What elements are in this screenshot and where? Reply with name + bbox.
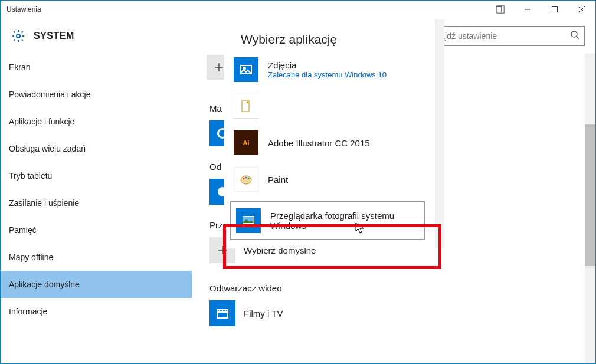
sidebar-item-label: Powiadomienia i akcje — [9, 90, 91, 99]
gear-icon — [11, 29, 25, 43]
section-heading-video: Odtwarzacz wideo — [209, 283, 567, 293]
libreoffice-icon — [234, 94, 258, 119]
popup-item-name: Paint — [268, 175, 288, 185]
popup-item-libreoffice[interactable] — [224, 88, 435, 124]
sidebar-item-pamiec[interactable]: Pamięć — [1, 217, 192, 244]
popup-title: Wybierz aplikację — [224, 19, 435, 51]
sidebar-item-label: Tryb tabletu — [9, 171, 52, 181]
sidebar: Ekran Powiadomienia i akcje Aplikacje i … — [1, 54, 192, 363]
app-chooser-popup: Wybierz aplikację Zdjęcia Zalecane dla s… — [224, 19, 435, 248]
svg-point-25 — [243, 178, 245, 180]
svg-point-28 — [247, 181, 248, 182]
popup-item-name: Adobe Illustrator CC 2015 — [268, 138, 370, 148]
svg-rect-1 — [496, 7, 502, 12]
sidebar-item-label: Zasilanie i uśpienie — [9, 198, 79, 208]
maximize-button[interactable] — [541, 1, 568, 18]
scrollbar-thumb[interactable] — [585, 124, 595, 266]
sidebar-item-tryb-tabletu[interactable]: Tryb tabletu — [1, 162, 192, 189]
svg-point-26 — [245, 177, 247, 179]
video-app-row[interactable]: Filmy i TV — [209, 300, 567, 326]
popup-item-photoviewer[interactable]: Przeglądarka fotografii systemu Windows — [230, 201, 425, 240]
tablet-mode-button[interactable] — [487, 1, 514, 18]
video-app-label: Filmy i TV — [244, 309, 283, 319]
sidebar-item-label: Obsługa wielu zadań — [9, 144, 86, 153]
sidebar-item-ekran[interactable]: Ekran — [1, 54, 192, 81]
sidebar-item-label: Mapy offline — [9, 252, 53, 262]
page-title: SYSTEM — [34, 31, 74, 41]
window-title: Ustawienia — [6, 5, 41, 14]
svg-point-7 — [571, 31, 577, 37]
search-input[interactable] — [431, 31, 570, 41]
sidebar-item-aplikacje-domyslne[interactable]: Aplikacje domyślne — [1, 271, 192, 298]
photos-icon — [234, 57, 258, 82]
cursor-icon — [355, 222, 365, 237]
sidebar-item-mapy-offline[interactable]: Mapy offline — [1, 244, 192, 271]
illustrator-icon: Ai — [234, 130, 258, 155]
paint-icon — [234, 167, 258, 192]
sidebar-item-zasilanie[interactable]: Zasilanie i uśpienie — [1, 189, 192, 217]
sidebar-item-label: Ekran — [9, 63, 31, 72]
photo-viewer-icon — [236, 208, 261, 233]
popup-item-paint[interactable]: Paint — [224, 161, 435, 198]
sidebar-item-obsluga-zadan[interactable]: Obsługa wielu zadań — [1, 135, 192, 162]
sidebar-item-label: Aplikacje i funkcje — [9, 117, 74, 126]
titlebar: Ustawienia — [1, 1, 595, 18]
film-icon — [209, 300, 235, 326]
search-box[interactable] — [425, 26, 585, 46]
search-icon — [570, 30, 579, 42]
sidebar-item-powiadomienia[interactable]: Powiadomienia i akcje — [1, 81, 192, 108]
popup-item-zdjecia[interactable]: Zdjęcia Zalecane dla systemu Windows 10 — [224, 51, 435, 88]
minimize-button[interactable] — [514, 1, 541, 18]
sidebar-item-label: Pamięć — [9, 225, 37, 235]
sidebar-item-aplikacje-funkcje[interactable]: Aplikacje i funkcje — [1, 108, 192, 135]
popup-item-illustrator[interactable]: Ai Adobe Illustrator CC 2015 — [224, 124, 435, 161]
popup-item-name: Zdjęcia — [268, 60, 387, 70]
sidebar-item-informacje[interactable]: Informacje — [1, 298, 192, 325]
svg-point-27 — [248, 178, 250, 180]
sidebar-item-label: Aplikacje domyślne — [9, 280, 80, 289]
scrollbar[interactable] — [585, 54, 595, 363]
popup-item-name: Przeglądarka fotografii systemu Windows — [270, 211, 419, 231]
svg-rect-3 — [552, 7, 558, 12]
svg-point-6 — [17, 34, 20, 38]
popup-item-recommended: Zalecane dla systemu Windows 10 — [268, 70, 387, 79]
sidebar-item-label: Informacje — [9, 307, 47, 316]
svg-line-8 — [577, 37, 579, 39]
close-button[interactable] — [568, 1, 595, 18]
popup-scrollbar[interactable] — [436, 19, 443, 208]
